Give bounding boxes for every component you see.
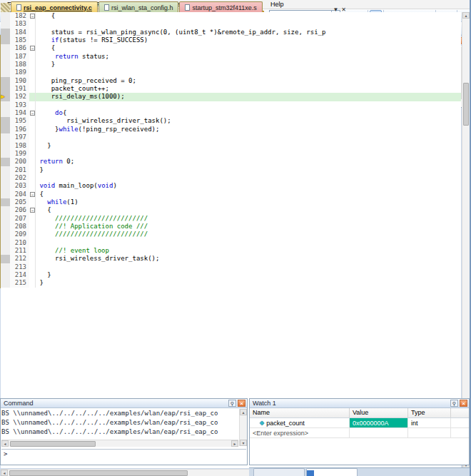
- close-icon[interactable]: ×: [238, 400, 245, 407]
- code-line-200[interactable]: 200 return 0;: [1, 158, 461, 166]
- tab-startup_stm32f411xe-s[interactable]: startup_stm32f411xe.s: [179, 1, 262, 13]
- watch-row[interactable]: <Enter expression>: [250, 428, 469, 438]
- code-line-207[interactable]: 207 ////////////////////////: [1, 215, 461, 223]
- code-line-215[interactable]: 215 }: [1, 279, 461, 287]
- code-line-190[interactable]: 190 ping_rsp_received = 0;: [1, 77, 461, 85]
- scroll-down-icon[interactable]: ▾: [240, 440, 247, 446]
- pin-icon[interactable]: ⚲: [228, 400, 236, 407]
- code-line-194[interactable]: 194− do{: [1, 109, 461, 117]
- code-line-195[interactable]: 195 rsi_wireless_driver_task();: [1, 117, 461, 125]
- code-line-204[interactable]: 204− {: [1, 191, 461, 198]
- watch-row[interactable]: ◆packet_count0x0000000Aint: [250, 418, 469, 428]
- watch-name: ◆packet_count: [250, 418, 350, 427]
- document-icon: [185, 4, 190, 11]
- code-line-184[interactable]: 184 status = rsi_wlan_ping_async(0, (uin…: [1, 29, 461, 36]
- scroll-up-icon[interactable]: ▴: [240, 409, 247, 415]
- code-line-198[interactable]: 198 }: [1, 142, 461, 150]
- scroll-right-icon[interactable]: ▸: [231, 440, 238, 447]
- code-line-183[interactable]: 183: [1, 20, 461, 28]
- watch-tab-icon: [307, 470, 314, 476]
- dock-tab-partial[interactable]: [306, 468, 358, 476]
- code-text: [36, 20, 461, 28]
- code-line-201[interactable]: 201 }: [1, 166, 461, 174]
- code-line-197[interactable]: 197: [1, 133, 461, 141]
- fold-column: [29, 53, 36, 61]
- fold-collapse-icon[interactable]: −: [30, 46, 35, 51]
- code-line-189[interactable]: 189: [1, 69, 461, 76]
- fold-collapse-icon[interactable]: −: [30, 208, 35, 213]
- watch-rows: ◆packet_count0x0000000Aint<Enter express…: [250, 418, 469, 438]
- command-output-line: BS \\unnamed\../../../../../examples/wla…: [1, 418, 238, 427]
- watch-value: 0x0000000A: [350, 418, 408, 427]
- tab-rsi_wlan_sta_config-h[interactable]: rsi_wlan_sta_config.h: [98, 1, 179, 13]
- code-line-185[interactable]: 185 if(status != RSI_SUCCESS): [1, 36, 461, 44]
- code-line-186[interactable]: 186− {: [1, 44, 461, 52]
- fold-column: −: [29, 12, 36, 20]
- fold-column: [29, 142, 36, 150]
- fold-collapse-icon[interactable]: −: [30, 14, 35, 19]
- code-text: [36, 174, 461, 182]
- code-line-202[interactable]: 202: [1, 174, 461, 182]
- line-number: 214: [10, 271, 29, 279]
- line-number: 200: [10, 158, 29, 166]
- command-hscrollbar[interactable]: ◂ ▸: [1, 440, 238, 447]
- line-number: 212: [10, 255, 29, 263]
- watch-type: int: [408, 418, 451, 427]
- code-line-203[interactable]: 203 void main_loop(void): [1, 182, 461, 190]
- code-margin: [1, 133, 10, 141]
- scroll-up-icon[interactable]: ▴: [462, 12, 470, 19]
- line-number: 191: [10, 85, 29, 93]
- scroll-left-icon[interactable]: ◂: [1, 440, 9, 447]
- fold-column: [29, 69, 36, 76]
- fold-collapse-icon[interactable]: −: [30, 192, 35, 197]
- tab-rsi_eap_connectivity-c[interactable]: rsi_eap_connectivity.c: [11, 1, 98, 13]
- line-number: 213: [10, 263, 29, 271]
- code-line-213[interactable]: 213: [1, 263, 461, 271]
- code-line-188[interactable]: 188 }: [1, 61, 461, 69]
- command-input[interactable]: >: [1, 449, 246, 464]
- command-output[interactable]: BS \\unnamed\../../../../../examples/wla…: [1, 409, 238, 439]
- code-line-191[interactable]: 191 packet_count++;: [1, 85, 461, 93]
- command-title-bar: Command ⚲ ×: [1, 399, 247, 408]
- code-line-211[interactable]: 211 //! event loop: [1, 247, 461, 255]
- code-line-187[interactable]: 187 return status;: [1, 53, 461, 61]
- code-text: void main_loop(void): [36, 182, 461, 190]
- line-number: 203: [10, 182, 29, 190]
- scroll-left-icon[interactable]: ◂: [1, 470, 8, 476]
- code-line-214[interactable]: 214 }: [1, 271, 461, 279]
- command-vscrollbar[interactable]: ▴ ▾: [239, 409, 247, 446]
- close-icon[interactable]: ×: [460, 400, 467, 407]
- dock-tab-partial[interactable]: [253, 468, 305, 476]
- code-margin: [1, 191, 10, 198]
- fold-column: [29, 126, 36, 133]
- code-margin: [1, 166, 10, 174]
- code-text: do{: [36, 109, 461, 117]
- fold-column: [29, 279, 36, 287]
- code-margin: [1, 223, 10, 231]
- code-line-206[interactable]: 206− {: [1, 206, 461, 214]
- code-line-182[interactable]: 182− {: [1, 12, 461, 20]
- pin-icon[interactable]: ⚲: [450, 400, 458, 407]
- watch-panel: Watch 1 ⚲ × Name Value Type ◆packet_coun…: [249, 398, 470, 465]
- code-line-212[interactable]: 212 rsi_wireless_driver_task();: [1, 255, 461, 263]
- code-line-192[interactable]: ▶192 rsi_delay_ms(1000);: [1, 93, 461, 101]
- code-line-193[interactable]: 193: [1, 101, 461, 109]
- code-text: }: [36, 271, 461, 279]
- code-line-199[interactable]: 199: [1, 150, 461, 158]
- code-text: while(1): [36, 198, 461, 206]
- fold-collapse-icon[interactable]: −: [30, 111, 35, 116]
- code-line-208[interactable]: 208 //! Application code ///: [1, 223, 461, 231]
- code-margin: [1, 142, 10, 150]
- code-line-205[interactable]: 205 while(1): [1, 198, 461, 206]
- fold-column: [29, 133, 36, 141]
- fold-column: [29, 174, 36, 182]
- line-number: 190: [10, 77, 29, 85]
- fold-column: [29, 36, 36, 44]
- code-margin: [1, 69, 10, 76]
- watch-type: [408, 428, 451, 437]
- code-text: }while(!ping_rsp_received);: [36, 126, 461, 133]
- code-line-196[interactable]: 196 }while(!ping_rsp_received);: [1, 126, 461, 133]
- code-line-210[interactable]: 210: [1, 239, 461, 247]
- code-line-209[interactable]: 209 ////////////////////////: [1, 231, 461, 238]
- fold-column: [29, 61, 36, 69]
